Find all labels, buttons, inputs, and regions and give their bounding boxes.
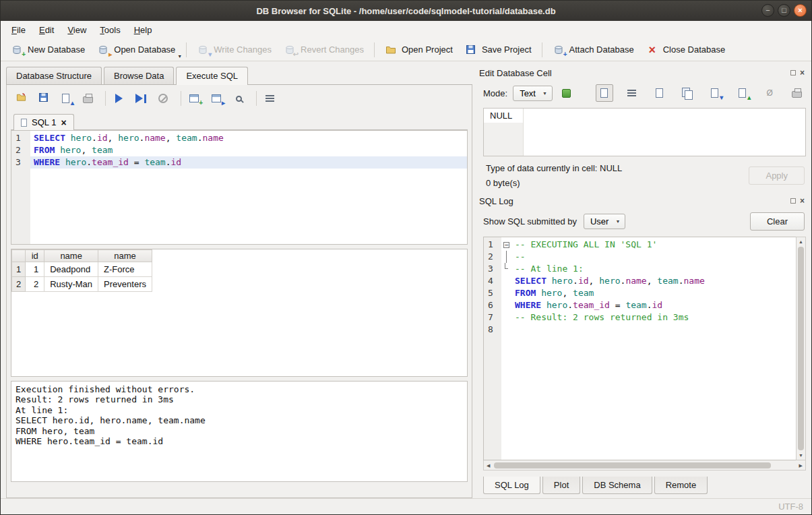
toolbar-separator xyxy=(105,91,106,106)
set-null-button[interactable]: Ø xyxy=(761,84,778,102)
export-cell-button[interactable]: ▴ xyxy=(733,84,751,102)
new-sql-tab-button[interactable]: + xyxy=(185,90,203,107)
copy-icon xyxy=(682,88,692,98)
tab-browse-data[interactable]: Browse Data xyxy=(104,67,174,84)
tab-db-schema[interactable]: DB Schema xyxy=(582,477,652,494)
stop-execution-button[interactable] xyxy=(154,90,172,107)
tab-sql-log[interactable]: SQL Log xyxy=(483,477,540,494)
word-wrap-button[interactable] xyxy=(623,84,641,102)
print-cell-button[interactable] xyxy=(788,84,806,102)
app-window: DB Browser for SQLite - /home/user/code/… xyxy=(0,0,812,515)
edit-cell-header: Edit Database Cell × xyxy=(478,65,806,80)
menu-item-edit[interactable]: Edit xyxy=(32,22,61,38)
close-sql-tab-icon[interactable]: × xyxy=(61,119,66,127)
line-number: 3 xyxy=(484,263,501,275)
tab-remote[interactable]: Remote xyxy=(654,477,708,494)
scrollbar-thumb[interactable] xyxy=(798,247,804,450)
sql-document-tabbar: SQL 1 × xyxy=(11,110,468,130)
sql-document-icon xyxy=(21,119,27,127)
minimize-button[interactable]: − xyxy=(761,4,774,17)
write-changes-button: ▾ Write Changes xyxy=(191,41,278,59)
format-sql-button[interactable] xyxy=(261,90,278,107)
text-mode-icon xyxy=(600,88,608,98)
horizontal-scrollbar[interactable]: ◀ ▶ xyxy=(483,460,806,471)
auto-format-button[interactable] xyxy=(558,84,575,102)
sql-editor[interactable]: 1SELECT hero.id, hero.name, team.name2FR… xyxy=(11,130,468,245)
titlebar[interactable]: DB Browser for SQLite - /home/user/code/… xyxy=(1,1,811,21)
sql-log-view[interactable]: 1−-- EXECUTING ALL IN 'SQL 1'2--3-- At l… xyxy=(483,237,796,460)
row-header[interactable]: 2 xyxy=(12,277,26,292)
save-sql-as-button[interactable]: ▴ xyxy=(57,90,74,107)
open-database-dropdown-icon[interactable]: ▼ xyxy=(177,54,182,61)
save-sql-file-button[interactable] xyxy=(34,90,52,107)
clear-log-button[interactable]: Clear xyxy=(750,212,805,231)
open-project-icon xyxy=(385,44,397,56)
scroll-left-icon[interactable]: ◀ xyxy=(484,463,493,468)
scrollbar-thumb[interactable] xyxy=(494,462,770,468)
tab-database-structure[interactable]: Database Structure xyxy=(6,67,102,84)
sql-document-tab[interactable]: SQL 1 × xyxy=(13,114,74,130)
line-number: 7 xyxy=(484,311,501,324)
results-corner[interactable] xyxy=(12,250,26,262)
stop-icon xyxy=(158,94,168,103)
find-replace-button[interactable] xyxy=(230,90,247,107)
tab-execute-sql[interactable]: Execute SQL xyxy=(176,67,248,85)
results-column-header[interactable]: name xyxy=(44,250,98,262)
close-panel-icon[interactable]: × xyxy=(800,198,805,204)
close-panel-icon[interactable]: × xyxy=(800,70,805,76)
window-controls: − □ × xyxy=(761,4,807,17)
results-cell[interactable]: Rusty-Man xyxy=(44,277,98,292)
mode-combobox[interactable]: Text ▼ xyxy=(513,86,553,101)
tab-plot[interactable]: Plot xyxy=(542,477,580,494)
results-area: idnamename 11DeadpondZ-Force22Rusty-ManP… xyxy=(11,249,468,377)
text-mode-button[interactable] xyxy=(596,84,613,102)
open-sql-file-button[interactable] xyxy=(12,90,30,107)
close-button[interactable]: × xyxy=(794,4,807,17)
menu-item-file[interactable]: File xyxy=(5,22,32,38)
open-sql-in-tab-button[interactable]: ▸ xyxy=(208,90,225,107)
sql-log-line: 4SELECT hero.id, hero.name, team.name xyxy=(484,275,796,287)
fold-margin xyxy=(501,311,511,324)
row-header[interactable]: 1 xyxy=(12,262,26,277)
menu-item-help[interactable]: Help xyxy=(127,22,159,38)
float-panel-icon[interactable] xyxy=(790,70,796,75)
results-column-header[interactable]: id xyxy=(26,250,44,262)
main-toolbar: + New Database ▸ Open Database ▼ ▾ Write… xyxy=(1,38,811,61)
results-column-header[interactable]: name xyxy=(98,250,152,262)
edit-cell-toolbar: Mode: Text ▼ ▾ ▴ xyxy=(483,84,806,102)
execution-message[interactable]: Execution finished without errors. Resul… xyxy=(11,381,468,482)
vertical-scrollbar[interactable]: ▲ ▼ xyxy=(796,237,806,460)
open-project-button[interactable]: Open Project xyxy=(379,41,459,59)
results-cell[interactable]: Deadpond xyxy=(44,262,98,277)
results-cell[interactable]: Preventers xyxy=(98,277,152,292)
menu-item-tools[interactable]: Tools xyxy=(93,22,127,38)
results-cell[interactable]: Z-Force xyxy=(98,262,152,277)
maximize-button[interactable]: □ xyxy=(778,4,790,17)
save-cell-button[interactable] xyxy=(651,84,668,102)
save-project-button[interactable]: Save Project xyxy=(459,41,538,59)
attach-database-button[interactable]: + Attach Database xyxy=(546,41,640,59)
print-sql-button[interactable] xyxy=(79,90,96,107)
results-body: 11DeadpondZ-Force22Rusty-ManPreventers xyxy=(12,262,152,292)
encoding-indicator[interactable]: UTF-8 xyxy=(778,502,803,512)
open-database-button[interactable]: ▸ Open Database xyxy=(91,41,181,59)
open-in-tab-icon: ▸ xyxy=(210,92,222,104)
scroll-down-icon[interactable]: ▼ xyxy=(799,451,803,460)
float-panel-icon[interactable] xyxy=(790,198,796,204)
log-filter-combobox[interactable]: User ▼ xyxy=(584,214,625,229)
cell-editor[interactable]: NULL xyxy=(483,108,806,156)
results-cell[interactable]: 2 xyxy=(26,277,44,292)
execute-current-line-button[interactable] xyxy=(132,90,150,107)
import-cell-button[interactable]: ▾ xyxy=(706,84,723,102)
copy-cell-button[interactable] xyxy=(679,84,696,102)
scroll-right-icon[interactable]: ▶ xyxy=(797,463,805,468)
close-database-button[interactable]: × Close Database xyxy=(640,41,732,59)
scroll-up-icon[interactable]: ▲ xyxy=(799,237,803,246)
results-cell[interactable]: 1 xyxy=(26,262,44,277)
execute-all-button[interactable] xyxy=(110,90,127,107)
new-database-button[interactable]: + New Database xyxy=(5,41,91,59)
menu-item-view[interactable]: View xyxy=(61,22,93,38)
sql-editor-line: 1SELECT hero.id, hero.name, team.name xyxy=(11,132,467,144)
fold-margin[interactable]: − xyxy=(501,239,511,251)
open-project-label: Open Project xyxy=(402,44,453,55)
